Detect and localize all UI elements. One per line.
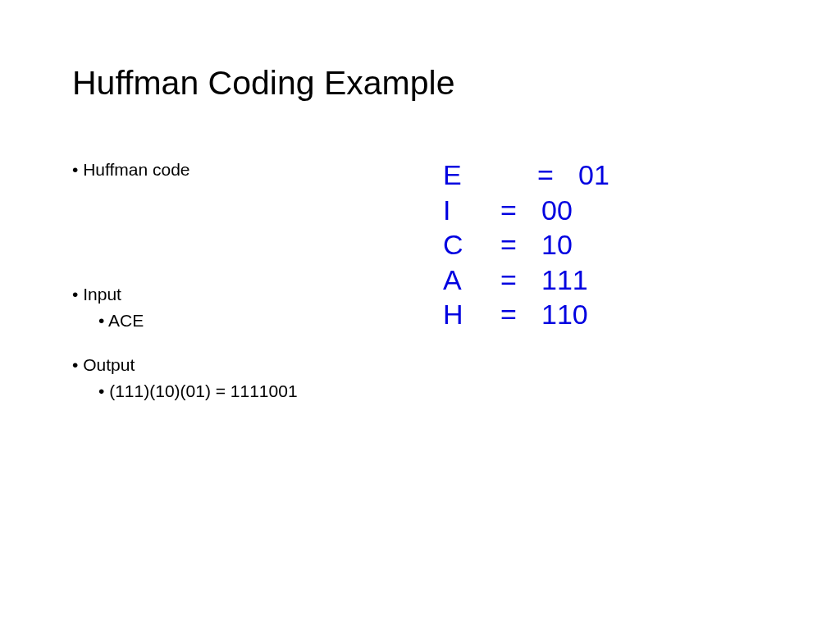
code-letter: C	[443, 227, 500, 262]
code-equals: =	[500, 227, 541, 262]
code-row-h: H = 110	[443, 297, 609, 332]
code-letter: A	[443, 262, 500, 298]
code-equals: =	[500, 262, 541, 298]
slide-title: Huffman Coding Example	[72, 64, 454, 103]
code-row-e: E = 01	[443, 158, 609, 193]
code-row-a: A = 111	[443, 262, 609, 298]
bullet-output: Output	[72, 355, 298, 375]
code-letter: E	[443, 158, 537, 193]
code-value: 111	[541, 262, 588, 298]
code-equals: =	[537, 158, 578, 193]
code-equals: =	[500, 193, 541, 228]
code-letter: I	[443, 193, 500, 228]
code-row-i: I = 00	[443, 193, 609, 228]
bullet-input: Input	[72, 285, 298, 304]
bullet-huffman-code: Huffman code	[72, 160, 298, 180]
bullet-input-value: ACE	[98, 311, 298, 331]
huffman-code-table: E = 01 I = 00 C = 10 A = 111 H = 110	[443, 158, 609, 332]
bullet-output-value: (111)(10)(01) = 1111001	[98, 381, 298, 401]
code-equals: =	[500, 297, 541, 332]
code-value: 01	[578, 158, 609, 193]
code-value: 10	[541, 227, 573, 262]
code-value: 110	[541, 297, 588, 332]
content-bullets: Huffman code Input ACE Output (111)(10)(…	[72, 160, 298, 408]
code-row-c: C = 10	[443, 227, 609, 262]
code-value: 00	[541, 193, 573, 228]
code-letter: H	[443, 297, 500, 332]
